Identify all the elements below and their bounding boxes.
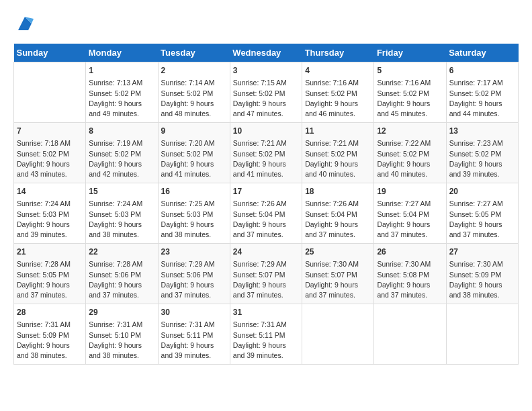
day-info: Sunrise: 7:26 AMSunset: 5:04 PMDaylight:…: [233, 199, 299, 240]
calendar-cell: 10Sunrise: 7:21 AMSunset: 5:02 PMDayligh…: [230, 123, 302, 183]
calendar-cell: 23Sunrise: 7:29 AMSunset: 5:06 PMDayligh…: [158, 244, 230, 304]
header-cell-tuesday: Tuesday: [158, 44, 230, 62]
day-number: 17: [233, 186, 299, 197]
day-info: Sunrise: 7:29 AMSunset: 5:07 PMDaylight:…: [233, 259, 299, 300]
calendar-cell: 12Sunrise: 7:22 AMSunset: 5:02 PMDayligh…: [374, 123, 446, 183]
calendar-header: SundayMondayTuesdayWednesdayThursdayFrid…: [14, 44, 519, 62]
header-row: SundayMondayTuesdayWednesdayThursdayFrid…: [14, 44, 519, 62]
day-info: Sunrise: 7:16 AMSunset: 5:02 PMDaylight:…: [305, 78, 371, 119]
day-number: 20: [449, 186, 515, 197]
day-info: Sunrise: 7:30 AMSunset: 5:09 PMDaylight:…: [449, 259, 515, 300]
calendar-cell: [374, 304, 446, 365]
calendar-cell: 19Sunrise: 7:27 AMSunset: 5:04 PMDayligh…: [374, 183, 446, 244]
day-info: Sunrise: 7:29 AMSunset: 5:06 PMDaylight:…: [161, 259, 227, 300]
calendar-cell: 30Sunrise: 7:31 AMSunset: 5:11 PMDayligh…: [158, 304, 230, 365]
day-info: Sunrise: 7:28 AMSunset: 5:06 PMDaylight:…: [89, 259, 154, 300]
calendar-cell: 29Sunrise: 7:31 AMSunset: 5:10 PMDayligh…: [86, 304, 158, 365]
day-number: 10: [233, 126, 299, 137]
calendar-cell: 31Sunrise: 7:31 AMSunset: 5:11 PMDayligh…: [230, 304, 302, 365]
day-info: Sunrise: 7:28 AMSunset: 5:05 PMDaylight:…: [17, 259, 83, 300]
day-info: Sunrise: 7:26 AMSunset: 5:04 PMDaylight:…: [305, 199, 371, 240]
day-info: Sunrise: 7:23 AMSunset: 5:02 PMDaylight:…: [449, 138, 515, 179]
day-number: 16: [161, 186, 227, 197]
day-info: Sunrise: 7:19 AMSunset: 5:02 PMDaylight:…: [89, 138, 154, 179]
day-number: 13: [449, 126, 515, 137]
calendar-cell: 17Sunrise: 7:26 AMSunset: 5:04 PMDayligh…: [230, 183, 302, 244]
day-info: Sunrise: 7:13 AMSunset: 5:02 PMDaylight:…: [89, 78, 154, 119]
logo-icon: [15, 13, 35, 34]
calendar-cell: [302, 304, 374, 365]
day-number: 23: [161, 246, 227, 258]
calendar-cell: 28Sunrise: 7:31 AMSunset: 5:09 PMDayligh…: [14, 304, 86, 365]
header: [13, 13, 519, 37]
day-info: Sunrise: 7:25 AMSunset: 5:03 PMDaylight:…: [161, 199, 227, 240]
calendar-week-3: 14Sunrise: 7:24 AMSunset: 5:03 PMDayligh…: [14, 183, 519, 244]
day-number: 30: [161, 307, 227, 318]
day-number: 9: [161, 126, 227, 137]
day-number: 12: [377, 126, 443, 137]
day-number: 18: [305, 186, 371, 197]
calendar-cell: 8Sunrise: 7:19 AMSunset: 5:02 PMDaylight…: [86, 123, 158, 183]
calendar-cell: 22Sunrise: 7:28 AMSunset: 5:06 PMDayligh…: [86, 244, 158, 304]
day-number: 14: [17, 186, 83, 197]
day-info: Sunrise: 7:24 AMSunset: 5:03 PMDaylight:…: [17, 199, 83, 240]
calendar-cell: 9Sunrise: 7:20 AMSunset: 5:02 PMDaylight…: [158, 123, 230, 183]
day-number: 11: [305, 126, 371, 137]
day-number: 7: [17, 126, 83, 137]
day-info: Sunrise: 7:14 AMSunset: 5:02 PMDaylight:…: [161, 78, 227, 119]
calendar-cell: 7Sunrise: 7:18 AMSunset: 5:02 PMDaylight…: [14, 123, 86, 183]
day-info: Sunrise: 7:30 AMSunset: 5:08 PMDaylight:…: [377, 259, 443, 300]
calendar-cell: 24Sunrise: 7:29 AMSunset: 5:07 PMDayligh…: [230, 244, 302, 304]
header-cell-thursday: Thursday: [302, 44, 374, 62]
header-cell-wednesday: Wednesday: [230, 44, 302, 62]
day-info: Sunrise: 7:30 AMSunset: 5:07 PMDaylight:…: [305, 259, 371, 300]
day-number: 29: [89, 307, 154, 318]
day-info: Sunrise: 7:27 AMSunset: 5:05 PMDaylight:…: [449, 199, 515, 240]
calendar-cell: 6Sunrise: 7:17 AMSunset: 5:02 PMDaylight…: [446, 62, 518, 123]
day-info: Sunrise: 7:31 AMSunset: 5:11 PMDaylight:…: [161, 320, 227, 361]
day-info: Sunrise: 7:15 AMSunset: 5:02 PMDaylight:…: [233, 78, 299, 119]
day-number: 27: [449, 246, 515, 258]
day-number: 6: [449, 65, 515, 77]
day-number: 25: [305, 246, 371, 258]
calendar-table: SundayMondayTuesdayWednesdayThursdayFrid…: [13, 44, 519, 365]
calendar-cell: 15Sunrise: 7:24 AMSunset: 5:03 PMDayligh…: [86, 183, 158, 244]
day-info: Sunrise: 7:31 AMSunset: 5:09 PMDaylight:…: [17, 320, 83, 361]
day-number: 26: [377, 246, 443, 258]
day-info: Sunrise: 7:31 AMSunset: 5:11 PMDaylight:…: [233, 320, 299, 361]
day-info: Sunrise: 7:21 AMSunset: 5:02 PMDaylight:…: [233, 138, 299, 179]
calendar-cell: 2Sunrise: 7:14 AMSunset: 5:02 PMDaylight…: [158, 62, 230, 123]
day-number: 3: [233, 65, 299, 77]
calendar-cell: 18Sunrise: 7:26 AMSunset: 5:04 PMDayligh…: [302, 183, 374, 244]
calendar-cell: 21Sunrise: 7:28 AMSunset: 5:05 PMDayligh…: [14, 244, 86, 304]
day-number: 19: [377, 186, 443, 197]
calendar-cell: 27Sunrise: 7:30 AMSunset: 5:09 PMDayligh…: [446, 244, 518, 304]
day-info: Sunrise: 7:22 AMSunset: 5:02 PMDaylight:…: [377, 138, 443, 179]
day-info: Sunrise: 7:17 AMSunset: 5:02 PMDaylight:…: [449, 78, 515, 119]
header-cell-saturday: Saturday: [446, 44, 518, 62]
calendar-cell: 4Sunrise: 7:16 AMSunset: 5:02 PMDaylight…: [302, 62, 374, 123]
day-info: Sunrise: 7:16 AMSunset: 5:02 PMDaylight:…: [377, 78, 443, 119]
day-number: 4: [305, 65, 371, 77]
day-number: 15: [89, 186, 154, 197]
day-number: 5: [377, 65, 443, 77]
day-number: 1: [89, 65, 154, 77]
logo-text: [13, 13, 35, 37]
calendar-cell: 3Sunrise: 7:15 AMSunset: 5:02 PMDaylight…: [230, 62, 302, 123]
day-number: 21: [17, 246, 83, 258]
calendar-cell: 20Sunrise: 7:27 AMSunset: 5:05 PMDayligh…: [446, 183, 518, 244]
calendar-cell: 1Sunrise: 7:13 AMSunset: 5:02 PMDaylight…: [86, 62, 158, 123]
header-cell-sunday: Sunday: [14, 44, 86, 62]
calendar-week-1: 1Sunrise: 7:13 AMSunset: 5:02 PMDaylight…: [14, 62, 519, 123]
calendar-cell: 16Sunrise: 7:25 AMSunset: 5:03 PMDayligh…: [158, 183, 230, 244]
day-number: 22: [89, 246, 154, 258]
calendar-week-2: 7Sunrise: 7:18 AMSunset: 5:02 PMDaylight…: [14, 123, 519, 183]
day-number: 31: [233, 307, 299, 318]
day-number: 8: [89, 126, 154, 137]
day-info: Sunrise: 7:18 AMSunset: 5:02 PMDaylight:…: [17, 138, 83, 179]
header-cell-monday: Monday: [86, 44, 158, 62]
calendar-cell: [446, 304, 518, 365]
day-info: Sunrise: 7:24 AMSunset: 5:03 PMDaylight:…: [89, 199, 154, 240]
calendar-cell: 14Sunrise: 7:24 AMSunset: 5:03 PMDayligh…: [14, 183, 86, 244]
logo: [13, 13, 35, 37]
